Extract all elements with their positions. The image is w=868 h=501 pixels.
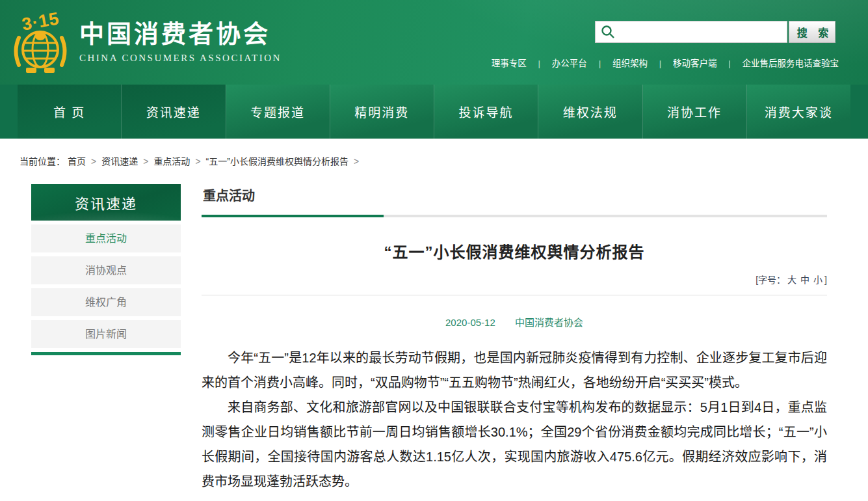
nav-item[interactable]: 专题报道 <box>226 85 330 139</box>
quick-link-separator: | <box>728 59 731 68</box>
font-size-prefix: [字号： <box>756 275 785 285</box>
font-size-option[interactable]: 大 <box>787 275 796 285</box>
breadcrumb-separator: > <box>143 156 148 167</box>
breadcrumb-label: 当前位置： <box>20 156 65 167</box>
quick-link[interactable]: 移动客户端 <box>673 59 717 68</box>
nav-item-label: 首 页 <box>53 103 85 120</box>
section-title: 重点活动 <box>202 184 827 215</box>
nav-item[interactable]: 精明消费 <box>330 85 434 139</box>
nav-item-label: 消协工作 <box>667 103 722 120</box>
sidebar-menu: 重点活动 消协观点 维权广角 图片新闻 <box>31 224 181 348</box>
nav-item[interactable]: 消费大家谈 <box>746 85 850 139</box>
breadcrumb-item[interactable]: “五一”小长假消费维权舆情分析报告 <box>206 156 349 167</box>
article-column: 重点活动 “五一”小长假消费维权舆情分析报告 [字号：大中小] 2020-05-… <box>202 184 827 494</box>
nav-item-label: 消费大家谈 <box>765 103 833 120</box>
breadcrumb-separator: > <box>91 156 96 167</box>
article-body: 今年“五一”是12年以来的最长劳动节假期，也是国内新冠肺炎疫情得到有力控制、企业… <box>202 345 827 494</box>
sidebar-item-label: 维权广角 <box>85 297 127 308</box>
nav-item-label: 维权法规 <box>563 103 618 120</box>
breadcrumb-item[interactable]: 首页 <box>68 156 86 167</box>
sidebar-title: 资讯速递 <box>31 184 181 221</box>
quick-link[interactable]: 企业售后服务电话查验宝 <box>743 59 839 68</box>
cca-315-logo-icon: 3·15 <box>10 8 70 75</box>
nav-item-label: 投诉导航 <box>459 103 514 120</box>
sidebar-footer-bar <box>31 352 181 355</box>
font-size-option[interactable]: 中 <box>800 275 809 285</box>
quick-link-separator: | <box>538 59 541 68</box>
sidebar-item-label: 消协观点 <box>85 265 127 276</box>
search-input[interactable] <box>615 21 787 42</box>
breadcrumb-separator: > <box>195 156 200 167</box>
main-navigation: 首 页 资讯速递 专题报道 精明消费 投诉导航 维权法规 消协工作 消费大家谈 <box>0 85 868 139</box>
site-title: 中国消费者协会 <box>79 20 282 49</box>
nav-item-label: 资讯速递 <box>146 103 201 120</box>
page-content: 资讯速递 重点活动 消协观点 维权广角 图片新闻 <box>0 184 868 494</box>
sidebar-item-label: 图片新闻 <box>85 329 127 340</box>
search-icon <box>601 25 615 39</box>
article-date: 2020-05-12 <box>445 317 495 328</box>
font-size-options: 大中小 <box>785 275 824 285</box>
nav-item[interactable]: 投诉导航 <box>434 85 538 139</box>
breadcrumb: 当前位置：首页>资讯速递>重点活动>“五一”小长假消费维权舆情分析报告> <box>0 139 868 184</box>
article-title: “五一”小长假消费维权舆情分析报告 <box>202 239 827 262</box>
article-paragraph: 今年“五一”是12年以来的最长劳动节假期，也是国内新冠肺炎疫情得到有力控制、企业… <box>202 345 827 395</box>
sidebar-item[interactable]: 重点活动 <box>31 224 181 252</box>
quick-link[interactable]: 理事专区 <box>492 59 527 68</box>
font-size-option[interactable]: 小 <box>813 275 822 285</box>
article-source: 中国消费者协会 <box>515 317 583 328</box>
quick-link[interactable]: 组织架构 <box>612 59 648 68</box>
site-header: 3·15 中国消费者协会 CHINA CONSUMERS ASSOCIATION… <box>0 0 868 85</box>
sidebar-item[interactable]: 维权广角 <box>31 288 181 316</box>
sidebar: 资讯速递 重点活动 消协观点 维权广角 图片新闻 <box>31 184 181 355</box>
sidebar-item-label: 重点活动 <box>85 233 127 244</box>
nav-item[interactable]: 消协工作 <box>642 85 746 139</box>
breadcrumb-item[interactable]: 重点活动 <box>153 156 190 167</box>
nav-item-label: 专题报道 <box>250 103 305 120</box>
sidebar-item[interactable]: 图片新闻 <box>31 320 181 348</box>
font-size-suffix: ] <box>824 275 827 285</box>
quick-link-separator: | <box>599 59 601 68</box>
sidebar-item[interactable]: 消协观点 <box>31 256 181 284</box>
quick-link[interactable]: 办公平台 <box>552 59 587 68</box>
breadcrumb-item[interactable]: 资讯速递 <box>101 156 138 167</box>
breadcrumb-trail: 首页>资讯速递>重点活动>“五一”小长假消费维权舆情分析报告> <box>65 156 362 167</box>
section-underline-accent <box>202 215 384 217</box>
header-quick-links: 理事专区 | 办公平台 | 组织架构 | 移动客户端 | 企业售后服务电话查验宝… <box>492 56 839 69</box>
article-paragraph: 来自商务部、文化和旅游部官网以及中国银联联合支付宝等机构发布的数据显示：5月1日… <box>202 395 827 494</box>
breadcrumb-separator: > <box>354 156 359 167</box>
site-logo-area[interactable]: 3·15 中国消费者协会 CHINA CONSUMERS ASSOCIATION <box>10 8 282 75</box>
nav-item[interactable]: 资讯速递 <box>121 85 225 139</box>
svg-text:3·15: 3·15 <box>20 8 60 34</box>
nav-item[interactable]: 维权法规 <box>538 85 642 139</box>
article-meta: 2020-05-12 中国消费者协会 <box>202 315 827 329</box>
site-subtitle: CHINA CONSUMERS ASSOCIATION <box>79 53 282 64</box>
search-button[interactable]: 搜 索 <box>789 21 835 43</box>
font-size-controls: [字号：大中小] <box>202 273 827 295</box>
nav-item[interactable]: 首 页 <box>18 85 121 139</box>
nav-item-label: 精明消费 <box>354 103 409 120</box>
search-area: 搜 索 <box>595 21 835 43</box>
quick-link-separator: | <box>659 59 662 68</box>
section-underline <box>202 215 827 217</box>
